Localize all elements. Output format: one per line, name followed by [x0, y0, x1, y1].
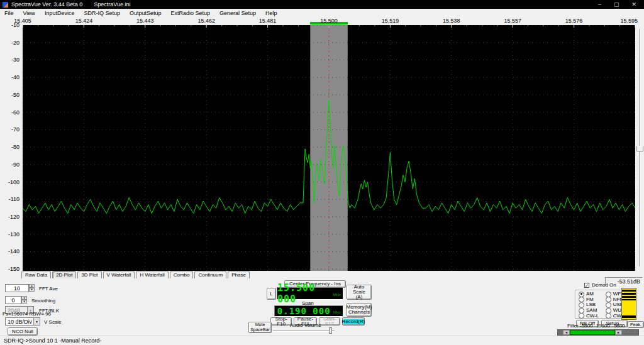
menu-general-setup[interactable]: General Setup: [219, 10, 256, 16]
mute-button[interactable]: Mute SpaceBar: [248, 322, 272, 333]
fft-ave-value: 10: [14, 285, 20, 292]
span-value: 0.190 000: [277, 306, 331, 316]
app-icon: [3, 2, 8, 8]
demod-on-label: Demod On: [592, 282, 616, 288]
db-tick-label: -130: [8, 231, 19, 238]
start-button[interactable]: Start-F12: [319, 317, 340, 326]
db-tick-label: -110: [9, 196, 19, 202]
radio-icon[interactable]: [579, 313, 584, 319]
mode-label: SAM: [586, 308, 597, 313]
freq-tick-label: 15.500: [320, 18, 338, 24]
fft-ave-spinner[interactable]: ▲ ▼: [29, 284, 35, 292]
freq-tick-label: 15.481: [259, 18, 277, 24]
tab-2d-plot[interactable]: 2D Plot: [52, 271, 76, 278]
window-controls: – ▢ ✕: [598, 1, 644, 8]
audio-volume-slider[interactable]: [273, 331, 335, 331]
auto-scale-label: Auto Scale: [347, 285, 371, 295]
db-tick-label: -150: [8, 266, 19, 272]
spin-down-icon[interactable]: ▼: [29, 288, 35, 292]
audio-volume-handle[interactable]: [329, 327, 332, 334]
nco-null-button[interactable]: NCO Null: [8, 327, 38, 336]
tab-phase[interactable]: Phase: [228, 271, 250, 278]
db-tick-label: -60: [11, 109, 19, 116]
channels-label: Channels: [348, 310, 370, 315]
db-axis: -10-20-30-40-50-60-70-80-90-100-110-120-…: [0, 21, 23, 275]
smoothing-value: 0: [11, 297, 14, 304]
filter-high-value: 5800: [614, 323, 625, 329]
fft-ave-input[interactable]: 10: [5, 284, 29, 292]
freq-tick-label: 15.519: [382, 18, 399, 24]
scroll-right-icon[interactable]: ►: [615, 330, 622, 335]
demod-on-row: ✓ Demod On: [584, 282, 616, 288]
menu-inputdevice[interactable]: InputDevice: [45, 10, 75, 16]
tab-3d-plot[interactable]: 3D Plot: [77, 271, 101, 278]
sample-rate-info: Fs=196074 RBW= 96: [3, 311, 51, 317]
dropdown-arrow-icon[interactable]: ▼: [33, 318, 40, 325]
freq-tick-label: 15.424: [75, 18, 93, 24]
v-scale-value: 10 dB/Div: [8, 319, 32, 325]
menu-file[interactable]: File: [4, 10, 14, 16]
tab-raw-data[interactable]: Raw Data: [21, 271, 51, 278]
smoothing-spinner[interactable]: ▲ ▼: [21, 296, 27, 304]
status-bar: SDR-IQ->Sound 10 1 -Manual Record-: [0, 336, 644, 345]
slider-handle-icon[interactable]: [636, 146, 643, 151]
freq-tick-label: 15.538: [443, 18, 460, 24]
tab-continuum[interactable]: Continuum: [194, 271, 226, 278]
menu-help[interactable]: Help: [265, 10, 277, 16]
spectrum-trace: [23, 25, 635, 271]
spin-down-icon[interactable]: ▼: [21, 300, 27, 304]
minimize-icon[interactable]: –: [598, 1, 601, 8]
menu-bar: FileViewInputDeviceSDR-IQ SetupOutputSet…: [0, 9, 644, 17]
span-unit: MHz: [333, 310, 341, 314]
scroll-left-icon[interactable]: ◄: [563, 330, 570, 335]
memory-channels-button[interactable]: Memory(M) Channels: [347, 303, 372, 317]
reference-level-slider[interactable]: [635, 25, 644, 271]
menu-outputsetup[interactable]: OutputSetup: [130, 10, 162, 16]
center-frequency-unit: MHz: [333, 293, 341, 297]
filter-low-value: -5800: [580, 323, 592, 329]
meter-bar: [622, 300, 636, 315]
center-frequency-display[interactable]: 15.500 000 MHz: [277, 287, 343, 300]
db-tick-label: -30: [11, 57, 19, 63]
title-bar: SpectraVue Ver. 3.44 Beta 0 SpectraVue.i…: [0, 0, 644, 9]
menu-extradio-setup[interactable]: ExtRadio Setup: [170, 10, 210, 16]
tab-combo[interactable]: Combo: [170, 271, 194, 278]
menu-view[interactable]: View: [23, 10, 35, 16]
freq-tick-label: 15.576: [565, 18, 583, 24]
tuning-scrollbar[interactable]: ◄ ►: [557, 329, 639, 336]
record-button[interactable]: Record(R): [342, 317, 365, 326]
auto-scale-button[interactable]: Auto Scale (A): [347, 285, 372, 300]
filter-width-value: 11600: [596, 323, 610, 329]
frequency-scale: 15.40515.42415.44315.46215.48115.50015.5…: [0, 17, 644, 25]
close-icon[interactable]: ✕: [631, 1, 636, 8]
tab-h-waterfall[interactable]: H Waterfall: [136, 271, 168, 278]
smoothing-input[interactable]: 0: [5, 296, 21, 304]
menu-sdr-iq-setup[interactable]: SDR-IQ Setup: [84, 10, 120, 16]
freq-tick-label: 15.462: [197, 18, 215, 24]
span-display[interactable]: 0.190 000 MHz: [274, 305, 343, 317]
view-tabs: Raw Data2D Plot3D PlotV WaterfallH Water…: [21, 271, 250, 279]
peak-button[interactable]: Peak.: [628, 321, 644, 328]
v-scale-dropdown[interactable]: 10 dB/Div ▼: [5, 317, 40, 326]
lock-button[interactable]: L: [267, 288, 276, 300]
db-tick-label: -80: [11, 144, 19, 150]
scrollbar-thumb[interactable]: [570, 330, 615, 335]
stop-button[interactable]: Stop-F10: [270, 317, 292, 326]
tab-v-waterfall[interactable]: V Waterfall: [103, 271, 135, 278]
fft-ave-label: FFT Ave: [39, 286, 58, 292]
window-title: SpectraVue Ver. 3.44 Beta 0: [11, 1, 82, 8]
db-tick-label: -10: [11, 22, 19, 28]
config-file-name: SpectraVue.ini: [94, 1, 130, 8]
db-tick-label: -140: [8, 248, 19, 255]
mode-label: CW-L: [586, 314, 599, 319]
radio-icon[interactable]: [606, 313, 611, 319]
demod-on-checkbox[interactable]: ✓: [584, 283, 589, 288]
spacebar-label: SpaceBar: [250, 327, 270, 332]
mode-cw-l[interactable]: CW-L: [579, 313, 603, 319]
radio-icon[interactable]: [606, 302, 611, 308]
maximize-icon[interactable]: ▢: [614, 1, 619, 8]
db-tick-label: -120: [8, 214, 19, 220]
spectrum-plot[interactable]: [23, 25, 635, 271]
freq-tick-label: 15.595: [621, 18, 638, 24]
radio-icon[interactable]: [579, 302, 584, 308]
